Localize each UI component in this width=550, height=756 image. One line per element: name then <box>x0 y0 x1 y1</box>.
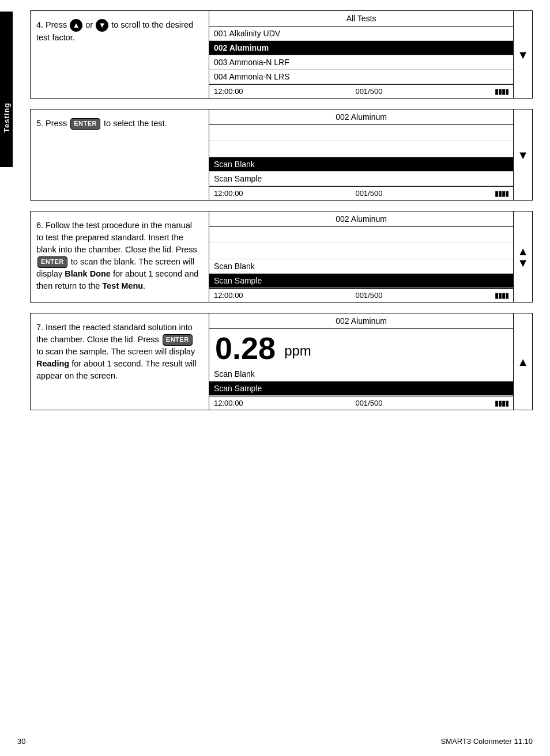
screen-item-3: Scan Sample <box>209 172 513 186</box>
screen-time: 12:00:00 <box>214 189 243 198</box>
chevron-down-icon: ▼ <box>96 19 108 32</box>
arrow-down-icon: ▼ <box>517 49 529 61</box>
screen-item-3: 004 Ammonia-N LRS <box>209 70 513 84</box>
screen-3: 002 Aluminum Scan BlankScan Sample 12:00… <box>209 211 532 302</box>
step-row-1: 4. Press ▲ or ▼ to scroll to the desired… <box>30 10 533 99</box>
bold-text: Test Menu <box>102 281 143 290</box>
screen-body: 0.28 ppmScan BlankScan Sample <box>209 329 513 396</box>
enter-button-icon: ENTER <box>37 256 67 268</box>
scroll-arrows: ▼ <box>513 109 532 200</box>
screen-footer: 12:00:00 001/500 ▮▮▮▮ <box>209 84 513 98</box>
step-right-4: 002 Aluminum0.28 ppmScan BlankScan Sampl… <box>209 313 532 410</box>
screen-time: 12:00:00 <box>214 399 243 407</box>
screen-footer: 12:00:00 001/500 ▮▮▮▮ <box>209 288 513 302</box>
screen-item-1: Scan Sample <box>209 381 513 396</box>
chevron-up-icon: ▲ <box>70 19 82 32</box>
reading-value: 0.28 <box>215 331 276 365</box>
testing-sidebar-label: Testing <box>0 12 13 167</box>
step-row-4: 7. Insert the reacted standard solution … <box>30 313 533 410</box>
screen-header: 002 Aluminum <box>209 211 513 227</box>
battery-icon: ▮▮▮▮ <box>495 87 508 96</box>
scroll-arrows: ▼ <box>513 11 532 98</box>
screen-time: 12:00:00 <box>214 87 243 96</box>
screen-item-2: Scan Blank <box>209 157 513 172</box>
arrow-down-icon: ▼ <box>517 149 529 161</box>
screen-item-1 <box>209 243 513 259</box>
page-footer: 30 SMART3 Colorimeter 11.10 <box>17 737 533 746</box>
screen-count: 001/500 <box>355 189 382 198</box>
step-row-3: 6. Follow the test procedure in the manu… <box>30 211 533 303</box>
screen-item-1 <box>209 141 513 157</box>
step-num-1: 4. <box>36 20 43 29</box>
step-num-3: 6. <box>36 221 43 230</box>
screen-item-1: 002 Aluminum <box>209 41 513 55</box>
scroll-arrows: ▲ <box>513 313 532 410</box>
product-name: SMART3 Colorimeter 11.10 <box>441 737 533 746</box>
screen-2: 002 Aluminum Scan BlankScan Sample 12:00… <box>209 109 532 200</box>
bold-text: Blank Done <box>65 269 111 278</box>
screen-header: 002 Aluminum <box>209 313 513 329</box>
screen-header: 002 Aluminum <box>209 109 513 125</box>
screen-main-4: 002 Aluminum0.28 ppmScan BlankScan Sampl… <box>209 313 513 410</box>
screen-header: All Tests <box>209 11 513 27</box>
screen-body: 001 Alkalinity UDV002 Aluminum003 Ammoni… <box>209 27 513 84</box>
enter-button-icon: ENTER <box>163 334 193 346</box>
screen-count: 001/500 <box>355 291 382 300</box>
enter-button-icon: ENTER <box>70 118 100 130</box>
step-left-4: 7. Insert the reacted standard solution … <box>31 313 209 410</box>
arrow-down-icon: ▼ <box>517 257 529 269</box>
screen-1: All Tests001 Alkalinity UDV002 Aluminum0… <box>209 11 532 98</box>
step-left-3: 6. Follow the test procedure in the manu… <box>31 211 209 302</box>
battery-icon: ▮▮▮▮ <box>495 399 508 407</box>
step-right-2: 002 Aluminum Scan BlankScan Sample 12:00… <box>209 109 532 200</box>
step-right-3: 002 Aluminum Scan BlankScan Sample 12:00… <box>209 211 532 302</box>
step-num-4: 7. <box>36 323 43 332</box>
arrow-up-icon: ▲ <box>517 245 529 257</box>
screen-reading: 0.28 ppm <box>209 329 513 367</box>
reading-unit: ppm <box>284 343 311 358</box>
step-num-2: 5. <box>36 119 43 128</box>
screen-item-0 <box>209 125 513 141</box>
screen-time: 12:00:00 <box>214 291 243 300</box>
screen-count: 001/500 <box>355 399 382 407</box>
screen-footer: 12:00:00 001/500 ▮▮▮▮ <box>209 396 513 410</box>
bold-text: Reading <box>36 359 69 368</box>
screen-body: Scan BlankScan Sample <box>209 125 513 186</box>
screen-count: 001/500 <box>355 87 382 96</box>
page-number: 30 <box>17 737 25 746</box>
scroll-arrows: ▲ ▼ <box>513 211 532 302</box>
screen-item-0: 001 Alkalinity UDV <box>209 27 513 41</box>
step-right-1: All Tests001 Alkalinity UDV002 Aluminum0… <box>209 11 532 98</box>
step-row-2: 5. Press ENTER to select the test.002 Al… <box>30 109 533 201</box>
screen-main-3: 002 Aluminum Scan BlankScan Sample 12:00… <box>209 211 513 302</box>
screen-item-3: Scan Sample <box>209 274 513 288</box>
screen-main-1: All Tests001 Alkalinity UDV002 Aluminum0… <box>209 11 513 98</box>
battery-icon: ▮▮▮▮ <box>495 291 508 300</box>
screen-main-2: 002 Aluminum Scan BlankScan Sample 12:00… <box>209 109 513 200</box>
step-left-2: 5. Press ENTER to select the test. <box>31 109 209 200</box>
screen-4: 002 Aluminum0.28 ppmScan BlankScan Sampl… <box>209 313 532 410</box>
screen-item-0 <box>209 227 513 243</box>
screen-item-2: 003 Ammonia-N LRF <box>209 55 513 70</box>
screen-item-0: Scan Blank <box>209 367 513 381</box>
battery-icon: ▮▮▮▮ <box>495 189 508 198</box>
screen-footer: 12:00:00 001/500 ▮▮▮▮ <box>209 186 513 200</box>
screen-item-2: Scan Blank <box>209 259 513 274</box>
screen-body: Scan BlankScan Sample <box>209 227 513 288</box>
page-wrapper: Testing 4. Press ▲ or ▼ to scroll to the… <box>0 0 550 756</box>
arrow-up-icon: ▲ <box>517 356 529 368</box>
step-left-1: 4. Press ▲ or ▼ to scroll to the desired… <box>31 11 209 98</box>
